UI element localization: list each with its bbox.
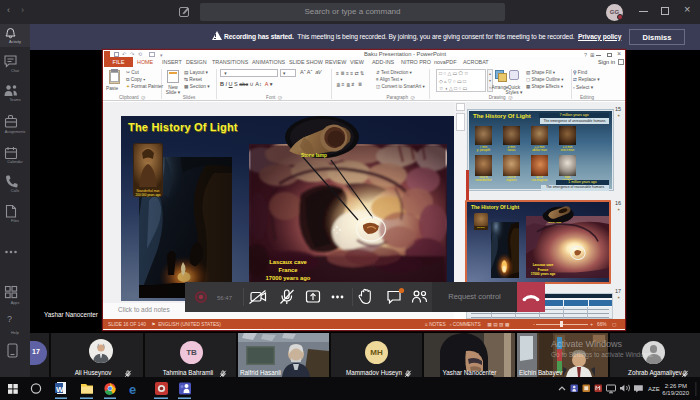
svg-text:AZE: AZE [648,386,660,392]
svg-text:2:26 PM: 2:26 PM [665,383,687,389]
svg-text:?: ? [7,314,12,324]
svg-text:W: W [56,385,64,394]
svg-text:Stone lamp: Stone lamp [548,221,561,224]
svg-text:6/19/2020: 6/19/2020 [662,390,689,396]
svg-text:200 000 years ago: 200 000 years ago [136,193,161,197]
svg-text:e: e [129,382,136,397]
svg-text:Stone lamp: Stone lamp [301,153,327,158]
svg-text:56:47: 56:47 [217,295,233,301]
